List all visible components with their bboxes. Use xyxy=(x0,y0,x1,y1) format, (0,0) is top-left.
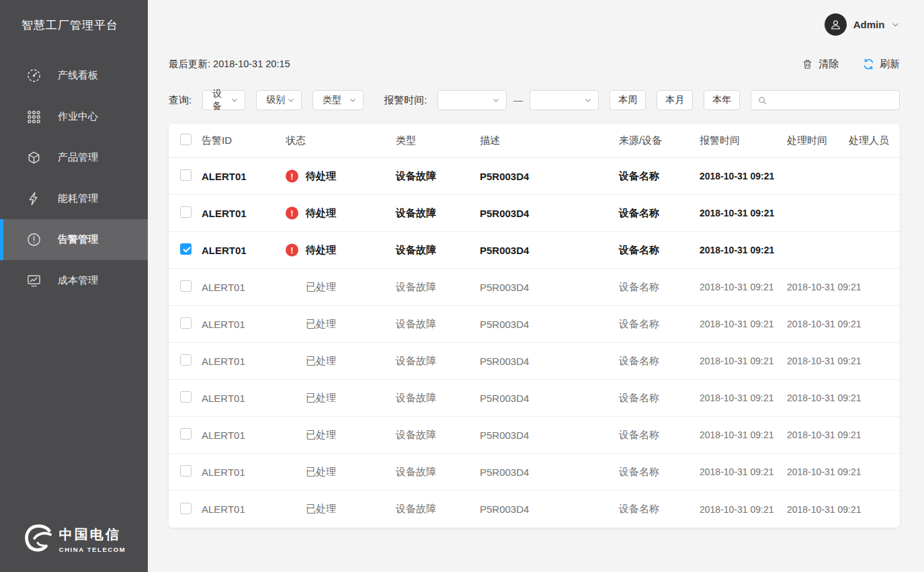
sidebar-item-energy-management[interactable]: 能耗管理 xyxy=(0,178,148,219)
chevron-down-icon xyxy=(584,96,592,104)
cell-alert-id: ALERT01 xyxy=(202,466,286,478)
chart-monitor-icon xyxy=(26,273,42,289)
refresh-button[interactable]: 刷新 xyxy=(863,58,900,71)
this-month-button[interactable]: 本月 xyxy=(657,90,693,110)
table-row[interactable]: ALERT01 !已处理 设备故障 P5R003D4 设备名称 2018-10-… xyxy=(169,491,900,528)
table-row[interactable]: ALERT01 !待处理 设备故障 P5R003D4 设备名称 2018-10-… xyxy=(169,195,900,232)
row-checkbox[interactable] xyxy=(180,428,192,440)
logo-text-cn: 中国电信 xyxy=(59,526,126,544)
cell-status: !已处理 xyxy=(286,466,396,479)
sidebar-item-label: 告警管理 xyxy=(58,233,98,246)
cell-description: P5R003D4 xyxy=(480,319,619,330)
cell-source: 设备名称 xyxy=(619,170,700,183)
row-checkbox[interactable] xyxy=(180,391,192,403)
cell-alarm-time: 2018-10-31 09:21 xyxy=(700,466,787,477)
cell-alarm-time: 2018-10-31 09:21 xyxy=(700,504,787,515)
cell-source: 设备名称 xyxy=(619,355,700,368)
cell-alarm-time: 2018-10-31 09:21 xyxy=(700,430,787,440)
cell-description: P5R003D4 xyxy=(480,393,619,404)
cell-status: !已处理 xyxy=(286,503,396,516)
this-week-button[interactable]: 本周 xyxy=(610,90,646,110)
row-checkbox[interactable] xyxy=(180,354,192,366)
alarm-time-label: 报警时间: xyxy=(384,94,427,107)
sidebar-item-product-management[interactable]: 产品管理 xyxy=(0,137,148,178)
column-header-status: 状态 xyxy=(286,134,396,147)
sidebar-item-cost-management[interactable]: 成本管理 xyxy=(0,260,148,301)
query-label: 查询: xyxy=(169,94,192,107)
row-checkbox[interactable] xyxy=(180,206,192,218)
cell-status: !待处理 xyxy=(286,170,396,183)
cell-description: P5R003D4 xyxy=(480,503,619,515)
cell-source: 设备名称 xyxy=(619,207,700,220)
column-header-type: 类型 xyxy=(396,134,480,147)
cell-type: 设备故障 xyxy=(396,392,480,405)
cell-status: !待处理 xyxy=(286,244,396,257)
search-input[interactable] xyxy=(771,95,893,106)
table-row[interactable]: ALERT01 !已处理 设备故障 P5R003D4 设备名称 2018-10-… xyxy=(169,417,900,454)
last-update-label: 最后更新: xyxy=(169,58,210,69)
row-checkbox[interactable] xyxy=(180,243,192,255)
cell-description: P5R003D4 xyxy=(480,430,619,441)
this-year-button[interactable]: 本年 xyxy=(704,90,740,110)
alert-exclamation-icon: ! xyxy=(286,207,298,220)
cell-status: !已处理 xyxy=(286,355,396,368)
cell-type: 设备故障 xyxy=(396,355,480,368)
device-select-value: 设备 xyxy=(212,88,230,112)
time-range-start-select[interactable] xyxy=(437,90,507,110)
sidebar: 智慧工厂管理平台 产线看板 作业中心 产品管理 能耗管理 xyxy=(0,0,148,572)
row-checkbox[interactable] xyxy=(180,280,192,292)
table-row[interactable]: ALERT01 !已处理 设备故障 P5R003D4 设备名称 2018-10-… xyxy=(169,380,900,417)
sidebar-item-alert-management[interactable]: 告警管理 xyxy=(0,219,148,260)
cell-description: P5R003D4 xyxy=(480,208,619,219)
table-row[interactable]: ALERT01 !已处理 设备故障 P5R003D4 设备名称 2018-10-… xyxy=(169,306,900,343)
cell-handle-time: 2018-10-31 09:21 xyxy=(787,393,849,403)
china-telecom-mark-icon xyxy=(22,522,53,556)
cell-source: 设备名称 xyxy=(619,318,700,331)
table-row[interactable]: ALERT01 !待处理 设备故障 P5R003D4 设备名称 2018-10-… xyxy=(169,158,900,195)
cell-status: !已处理 xyxy=(286,429,396,442)
cell-type: 设备故障 xyxy=(396,318,480,331)
search-icon xyxy=(757,95,767,106)
cell-description: P5R003D4 xyxy=(480,171,619,182)
cell-alert-id: ALERT01 xyxy=(202,171,286,182)
time-range-end-select[interactable] xyxy=(530,90,599,110)
level-select[interactable]: 级别 xyxy=(256,90,302,110)
cell-status: !已处理 xyxy=(286,281,396,294)
china-telecom-logo: 中国电信 CHINA TELECOM xyxy=(22,522,126,556)
select-all-checkbox[interactable] xyxy=(180,134,192,145)
row-checkbox[interactable] xyxy=(180,465,192,477)
cell-alarm-time: 2018-10-31 09:21 xyxy=(700,393,787,403)
clear-button[interactable]: 清除 xyxy=(802,58,839,71)
chevron-down-icon xyxy=(349,96,357,104)
table-row[interactable]: ALERT01 !已处理 设备故障 P5R003D4 设备名称 2018-10-… xyxy=(169,343,900,380)
filter-row: 查询: 设备 级别 类型 报警时间: — 本周 本月 本年 xyxy=(169,90,900,110)
search-box xyxy=(751,90,900,110)
sidebar-item-production-board[interactable]: 产线看板 xyxy=(0,55,148,96)
column-header-alert-id: 告警ID xyxy=(202,134,286,147)
refresh-icon xyxy=(863,58,874,70)
cell-type: 设备故障 xyxy=(396,170,480,183)
cell-type: 设备故障 xyxy=(396,503,480,516)
cell-handle-time: 2018-10-31 09:21 xyxy=(787,282,849,292)
row-checkbox[interactable] xyxy=(180,503,192,514)
alert-exclamation-icon: ! xyxy=(286,170,298,183)
user-menu[interactable]: Admin xyxy=(825,13,900,36)
cell-alarm-time: 2018-10-31 09:21 xyxy=(700,171,787,181)
cell-type: 设备故障 xyxy=(396,244,480,257)
cell-description: P5R003D4 xyxy=(480,356,619,367)
table-row[interactable]: ALERT01 !已处理 设备故障 P5R003D4 设备名称 2018-10-… xyxy=(169,454,900,491)
cell-handle-time: 2018-10-31 09:21 xyxy=(787,319,849,329)
sidebar-item-work-center[interactable]: 作业中心 xyxy=(0,96,148,137)
last-update-value: 2018-10-31 20:15 xyxy=(213,58,290,69)
table-row[interactable]: ALERT01 !已处理 设备故障 P5R003D4 设备名称 2018-10-… xyxy=(169,269,900,306)
row-checkbox[interactable] xyxy=(180,169,192,181)
type-select[interactable]: 类型 xyxy=(312,90,364,110)
table-header-row: 告警ID 状态 类型 描述 来源/设备 报警时间 处理时间 处理人员 xyxy=(169,124,900,158)
device-select[interactable]: 设备 xyxy=(202,90,245,110)
column-header-alarm-time: 报警时间 xyxy=(700,134,787,147)
cell-alert-id: ALERT01 xyxy=(202,319,286,330)
chevron-down-icon xyxy=(287,96,295,104)
row-checkbox[interactable] xyxy=(180,317,192,329)
table-row[interactable]: ALERT01 !待处理 设备故障 P5R003D4 设备名称 2018-10-… xyxy=(169,232,900,269)
user-name: Admin xyxy=(853,19,885,30)
